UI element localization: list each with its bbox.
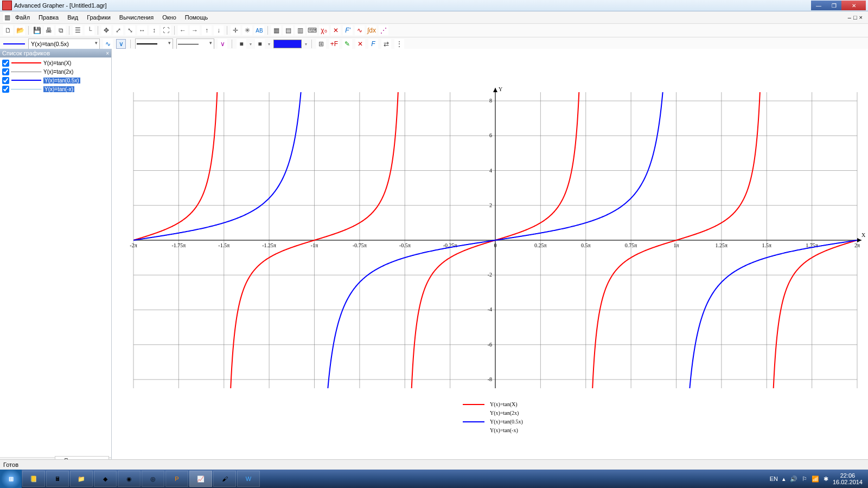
menu-help[interactable]: Помощь: [181, 13, 213, 22]
menu-calc[interactable]: Вычисления: [115, 13, 158, 22]
line-dash-combo[interactable]: [176, 38, 214, 49]
mdi-controls: – □ ×: [848, 14, 865, 21]
tray-action-icon[interactable]: ⚐: [802, 476, 807, 483]
app-icon: [2, 1, 12, 10]
mdi-minimize[interactable]: –: [848, 14, 851, 21]
task-ppt[interactable]: P: [165, 471, 188, 487]
task-app2[interactable]: ◎: [142, 471, 164, 487]
marker2-icon[interactable]: ■: [255, 39, 265, 49]
wave-style-icon[interactable]: ∿: [103, 39, 113, 49]
svg-text:6: 6: [489, 132, 492, 138]
copy-button[interactable]: ⧉: [56, 25, 66, 35]
root-button[interactable]: χ₀: [319, 25, 329, 35]
graph-canvas[interactable]: -2π-1.75π-1.5π-1.25π-1π-0.75π-0.5π-0.25π…: [112, 49, 868, 470]
pan-up-button[interactable]: ↑: [202, 25, 212, 35]
tangent-button[interactable]: ∿: [355, 25, 365, 35]
minimize-button[interactable]: —: [811, 1, 826, 10]
axes-button[interactable]: └: [85, 25, 94, 35]
crosshair-button[interactable]: ✳: [242, 25, 252, 35]
fit-all-button[interactable]: ⛶: [161, 25, 171, 35]
dropdown-icon[interactable]: ▾: [268, 42, 270, 47]
more-button[interactable]: ⋮: [394, 39, 404, 49]
tray-lang[interactable]: EN: [770, 476, 778, 482]
line-sample: [3, 43, 25, 44]
integral-button[interactable]: ∫dx: [367, 25, 376, 35]
panel-close-button[interactable]: ×: [106, 50, 109, 56]
add-func-button[interactable]: ⊞: [316, 39, 326, 49]
svg-text:-2π: -2π: [130, 242, 137, 248]
menu-window[interactable]: Окно: [158, 13, 181, 22]
maximize-button[interactable]: ❐: [826, 1, 841, 10]
app-menu-icon[interactable]: ▦: [3, 13, 11, 22]
line-style-icon[interactable]: ∨: [116, 39, 126, 49]
intersect-button[interactable]: ✕: [331, 25, 341, 35]
marker1-icon[interactable]: ■: [237, 39, 246, 49]
menu-view[interactable]: Вид: [63, 13, 82, 22]
graph-color-sample: [11, 62, 41, 63]
menu-graphs[interactable]: Графики: [82, 13, 115, 22]
grid-button[interactable]: ▦: [271, 25, 281, 35]
task-paint[interactable]: 🖌: [213, 471, 236, 487]
task-grapher[interactable]: 📈: [189, 471, 212, 487]
menu-edit[interactable]: Правка: [34, 13, 63, 22]
task-app1[interactable]: ◆: [94, 471, 117, 487]
edit-func-button[interactable]: ✎: [342, 39, 352, 49]
deriv-button[interactable]: F': [343, 25, 353, 35]
trace-button[interactable]: ✛: [231, 25, 240, 35]
task-chrome[interactable]: ◉: [118, 471, 141, 487]
dup-func-button[interactable]: F: [368, 39, 378, 49]
open-button[interactable]: 📂: [15, 25, 25, 35]
tray-net-icon[interactable]: 📶: [812, 476, 819, 483]
swap-button[interactable]: ⇄: [381, 39, 391, 49]
task-calc[interactable]: 🖩: [46, 471, 69, 487]
pan-right-button[interactable]: →: [190, 25, 200, 35]
graph-visible-checkbox[interactable]: [2, 86, 9, 93]
tray-bt-icon[interactable]: ✱: [824, 476, 828, 483]
calc-button[interactable]: ⌨: [307, 25, 317, 35]
tray-clock[interactable]: 22:0616.02.2014: [833, 472, 863, 485]
zoom-in-button[interactable]: ⤢: [113, 25, 123, 35]
vshape-icon[interactable]: ∨: [218, 39, 227, 49]
label-button[interactable]: AB: [254, 25, 264, 35]
table-button[interactable]: ▥: [295, 25, 305, 35]
new-button[interactable]: 🗋: [3, 25, 13, 35]
task-word[interactable]: W: [237, 471, 260, 487]
graph-visible-checkbox[interactable]: [2, 77, 9, 84]
tray-up-icon[interactable]: ▴: [782, 476, 786, 483]
dropdown-icon[interactable]: ▾: [250, 42, 252, 47]
task-folder[interactable]: 📁: [70, 471, 93, 487]
graph-list-item[interactable]: Y(x)=tan(X): [1, 59, 110, 67]
graph-list-item[interactable]: Y(x)=tan(2x): [1, 67, 110, 76]
color-swatch[interactable]: [273, 40, 302, 48]
function-combo[interactable]: Y(x)=tan(0.5x): [28, 38, 100, 49]
graph-list-item[interactable]: Y(x)=tan(0.5x): [1, 76, 110, 85]
tray-sound-icon[interactable]: 🔊: [790, 476, 797, 483]
graph-label: Y(x)=tan(-x): [43, 86, 74, 92]
print-button[interactable]: 🖶: [44, 25, 54, 35]
dropdown-icon[interactable]: ▾: [305, 42, 307, 47]
delete-func-button[interactable]: ✕: [355, 39, 365, 49]
graph-visible-checkbox[interactable]: [2, 68, 9, 75]
separator: [69, 26, 69, 35]
zoom-out-button[interactable]: ⤡: [125, 25, 135, 35]
mdi-close[interactable]: ×: [859, 14, 863, 21]
mdi-maximize[interactable]: □: [853, 14, 857, 21]
save-button[interactable]: 💾: [32, 25, 42, 35]
fit-x-button[interactable]: ↔: [137, 25, 147, 35]
close-button[interactable]: ✕: [841, 1, 866, 10]
graph-list-item[interactable]: Y(x)=tan(-x): [1, 85, 110, 93]
fit-y-button[interactable]: ↕: [149, 25, 159, 35]
task-explorer[interactable]: 📒: [22, 471, 45, 487]
graph-label: Y(x)=tan(2x): [43, 69, 73, 75]
list-button[interactable]: ☰: [73, 25, 82, 35]
add-red-button[interactable]: +F: [329, 39, 339, 49]
pan-down-button[interactable]: ↓: [214, 25, 224, 35]
start-button[interactable]: ⊞: [0, 470, 22, 488]
line-thick-combo[interactable]: [135, 38, 173, 49]
regress-button[interactable]: ⋰: [379, 25, 388, 35]
pan-left-button[interactable]: ←: [178, 25, 188, 35]
menu-file[interactable]: Файл: [11, 13, 34, 22]
grid2-button[interactable]: ▤: [283, 25, 293, 35]
move-button[interactable]: ✥: [101, 25, 111, 35]
graph-visible-checkbox[interactable]: [2, 60, 9, 67]
